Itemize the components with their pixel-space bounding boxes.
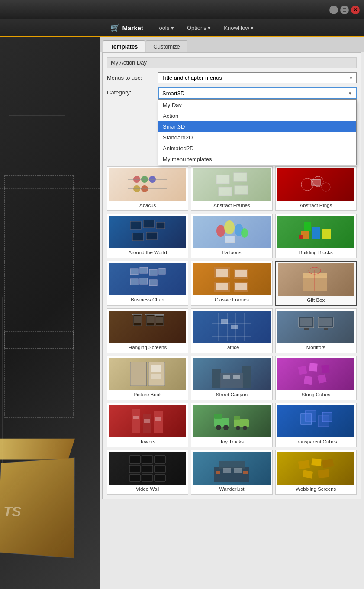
options-menu[interactable]: Options ▾ — [187, 25, 211, 31]
svg-rect-107 — [129, 456, 140, 463]
template-thumb-lattice — [193, 311, 270, 343]
dropdown-item-smart3d[interactable]: Smart3D — [158, 121, 356, 132]
svg-rect-115 — [155, 475, 165, 481]
svg-rect-34 — [130, 279, 138, 285]
svg-rect-30 — [130, 269, 138, 275]
template-string-cubes[interactable]: String Cubes — [275, 356, 357, 400]
template-video-wall[interactable]: Video Wall — [107, 450, 188, 495]
sidebar: TS — [0, 37, 100, 589]
svg-rect-85 — [309, 363, 318, 372]
svg-rect-82 — [223, 375, 230, 379]
dropdown-item-standard2d[interactable]: Standard2D — [158, 132, 356, 143]
template-building-blocks[interactable]: Building Blocks — [275, 214, 357, 258]
svg-rect-104 — [305, 411, 316, 421]
template-thumb-abstract-rings — [277, 168, 354, 201]
template-thumb-abstract-frames — [193, 168, 270, 201]
dropdown-item-myday[interactable]: My Day — [158, 100, 356, 110]
svg-rect-120 — [216, 471, 220, 474]
svg-rect-10 — [235, 186, 248, 194]
template-thumb-video-wall — [109, 452, 186, 485]
svg-rect-90 — [143, 414, 151, 433]
svg-rect-108 — [142, 456, 153, 463]
template-name-towers: Towers — [109, 439, 186, 445]
template-name-around-world: Around the World — [109, 250, 186, 256]
category-value: Smart3D — [162, 90, 348, 97]
minimize-button[interactable]: – — [329, 6, 338, 14]
template-name-video-wall: Video Wall — [109, 486, 186, 492]
template-gift-box[interactable]: Gift Box — [275, 261, 357, 306]
dropdown-item-animated2d[interactable]: Animated2D — [158, 143, 356, 154]
menus-select-wrapper[interactable]: Title and chapter menus — [158, 72, 357, 83]
category-chevron-icon: ▼ — [348, 91, 352, 96]
template-name-lattice: Lattice — [193, 345, 270, 351]
template-thumb-string-cubes — [277, 358, 354, 390]
template-name-balloons: Balloons — [193, 250, 270, 256]
template-around-world[interactable]: Around the World — [107, 214, 188, 258]
template-thumb-wobbling-screens — [277, 452, 354, 485]
svg-rect-69 — [300, 318, 312, 326]
maximize-button[interactable]: □ — [340, 6, 349, 14]
template-balloons[interactable]: Balloons — [191, 214, 272, 258]
svg-point-13 — [322, 183, 330, 191]
svg-rect-113 — [129, 475, 140, 481]
template-wanderlust[interactable]: Wanderlust — [191, 450, 272, 495]
svg-rect-78 — [151, 374, 161, 379]
dropdown-item-mymenu[interactable]: My menu templates — [158, 154, 356, 165]
svg-rect-109 — [155, 456, 165, 463]
template-thumb-abacus — [109, 168, 186, 201]
panel-content: My Action Day Menus to use: Title and ch… — [102, 52, 361, 499]
tab-customize[interactable]: Customize — [146, 40, 187, 52]
tools-menu[interactable]: Tools ▾ — [156, 25, 174, 31]
tab-templates[interactable]: Templates — [103, 40, 145, 52]
template-lattice[interactable]: Lattice — [191, 308, 272, 353]
svg-rect-70 — [304, 328, 309, 330]
menus-row: Menus to use: Title and chapter menus — [107, 72, 357, 83]
svg-rect-100 — [234, 416, 240, 420]
dropdown-item-action[interactable]: Action — [158, 110, 356, 121]
svg-rect-114 — [142, 475, 153, 481]
svg-point-98 — [223, 425, 229, 430]
svg-rect-124 — [322, 458, 334, 468]
svg-rect-14 — [312, 179, 320, 185]
template-thumb-gift-box — [278, 263, 354, 296]
template-transparent-cubes[interactable]: Transparent Cubes — [275, 403, 357, 447]
svg-rect-57 — [156, 317, 163, 323]
template-name-abstract-frames: Abstract Frames — [193, 203, 270, 209]
template-toy-trucks[interactable]: Toy Trucks — [191, 403, 272, 447]
template-abacus[interactable]: Abacus — [107, 166, 188, 211]
svg-rect-74 — [130, 362, 147, 386]
template-wobbling-screens[interactable]: Wobbling Screens — [275, 450, 357, 495]
template-hanging-screens[interactable]: Hanging Screens — [107, 308, 188, 353]
template-street-canyon[interactable]: Street Canyon — [191, 356, 272, 400]
category-dropdown[interactable]: Smart3D ▼ My Day Action Smart3D Standard… — [158, 87, 357, 99]
template-classic-frames[interactable]: Classic Frames — [191, 261, 272, 306]
svg-rect-26 — [312, 227, 320, 239]
knowhow-menu[interactable]: KnowHow ▾ — [224, 25, 254, 31]
svg-rect-110 — [129, 465, 140, 473]
template-abstract-rings[interactable]: Abstract Rings — [275, 166, 357, 211]
tools-label: Tools ▾ — [156, 25, 174, 31]
template-monitors[interactable]: Monitors — [275, 308, 357, 353]
template-name-abacus: Abacus — [109, 203, 186, 209]
close-button[interactable]: ✕ — [351, 6, 360, 14]
menus-select[interactable]: Title and chapter menus — [158, 72, 357, 83]
svg-rect-99 — [234, 419, 249, 427]
svg-point-23 — [241, 228, 248, 238]
template-business-chart[interactable]: Business Chart — [107, 261, 188, 306]
template-name-street-canyon: Street Canyon — [193, 392, 270, 398]
svg-rect-66 — [221, 319, 228, 324]
template-thumb-balloons — [193, 216, 270, 248]
template-picture-book[interactable]: Picture Book — [107, 356, 188, 400]
svg-rect-19 — [146, 232, 157, 240]
svg-rect-38 — [216, 269, 228, 277]
template-name-business-chart: Business Chart — [109, 297, 186, 303]
svg-rect-83 — [233, 375, 240, 379]
template-abstract-frames[interactable]: Abstract Frames — [191, 166, 272, 211]
svg-rect-80 — [242, 366, 251, 388]
options-label: Options ▾ — [187, 25, 211, 31]
right-panel[interactable]: Templates Customize My Action Day Menus … — [100, 37, 364, 589]
svg-rect-28 — [304, 222, 311, 231]
svg-point-101 — [236, 426, 240, 430]
template-towers[interactable]: Towers — [107, 403, 188, 447]
template-name-toy-trucks: Toy Trucks — [193, 439, 270, 445]
